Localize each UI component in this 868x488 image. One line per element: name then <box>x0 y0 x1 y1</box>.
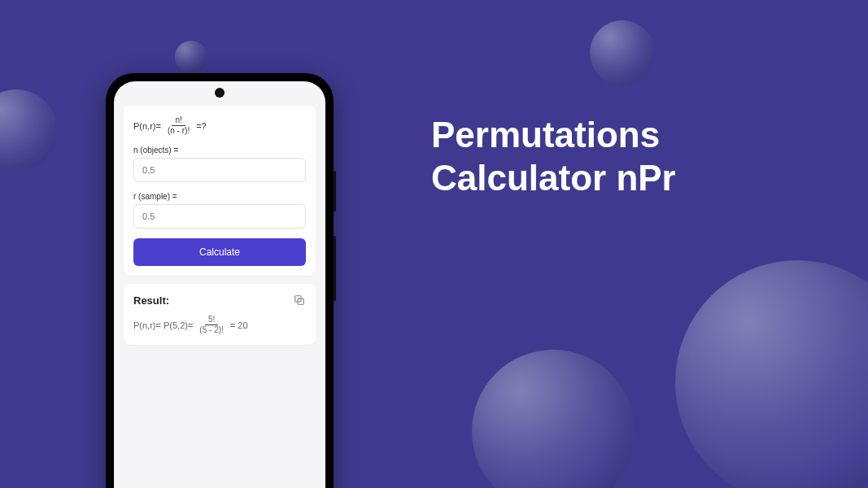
decorative-sphere <box>175 41 207 73</box>
formula-rhs: =? <box>196 121 207 131</box>
calculator-card: P(n,r)= n! (n - r)! =? n (objects) = r (… <box>124 106 316 276</box>
decorative-sphere <box>590 20 655 85</box>
result-lhs: P(n,r)= P(5,2)= <box>133 320 193 330</box>
formula-display: P(n,r)= n! (n - r)! =? <box>133 115 306 136</box>
camera-icon <box>215 88 225 98</box>
result-title: Result: <box>133 294 169 307</box>
n-label: n (objects) = <box>133 146 306 155</box>
page-title-line2: Calculator nPr <box>431 157 676 200</box>
calculate-button[interactable]: Calculate <box>133 238 306 266</box>
decorative-sphere <box>0 89 57 171</box>
formula-numerator: n! <box>172 115 185 126</box>
page-title: Permutations Calculator nPr <box>431 114 676 200</box>
decorative-sphere <box>675 260 868 488</box>
formula-denominator: (n - r)! <box>164 126 193 136</box>
result-card: Result: P(n,r)= P(5,2)= 5! (5 - 2)! = 20 <box>124 284 316 345</box>
result-denominator: (5 - 2)! <box>196 325 226 335</box>
formula-lhs: P(n,r)= <box>133 121 161 131</box>
r-label: r (sample) = <box>133 192 306 201</box>
n-input[interactable] <box>133 158 306 182</box>
formula-fraction: n! (n - r)! <box>164 115 193 136</box>
result-formula: P(n,r)= P(5,2)= 5! (5 - 2)! = 20 <box>133 315 306 335</box>
decorative-sphere <box>472 350 635 488</box>
r-input[interactable] <box>133 204 306 229</box>
result-fraction: 5! (5 - 2)! <box>196 315 226 335</box>
phone-screen: P(n,r)= n! (n - r)! =? n (objects) = r (… <box>114 81 325 488</box>
result-rhs: = 20 <box>230 320 248 330</box>
page-title-line1: Permutations <box>431 114 676 157</box>
result-numerator: 5! <box>205 315 218 325</box>
phone-frame: P(n,r)= n! (n - r)! =? n (objects) = r (… <box>106 73 334 488</box>
copy-icon[interactable] <box>293 294 306 307</box>
